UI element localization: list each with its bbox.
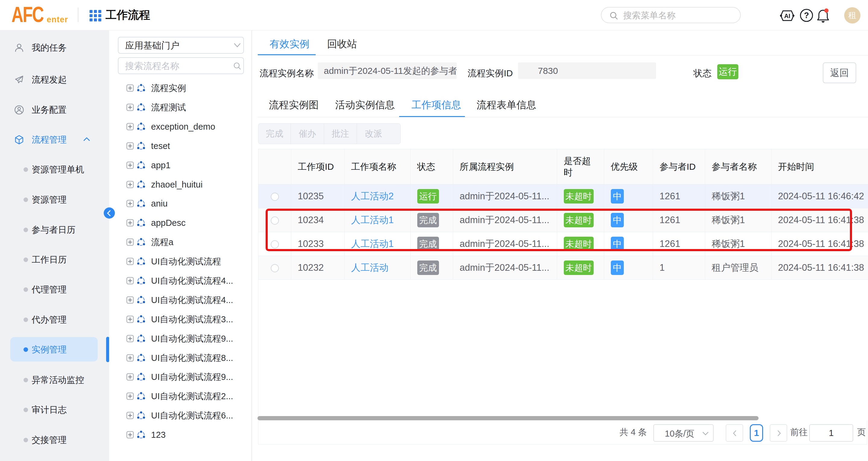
svg-text:AI: AI <box>784 13 790 19</box>
svg-text:?: ? <box>804 11 809 20</box>
